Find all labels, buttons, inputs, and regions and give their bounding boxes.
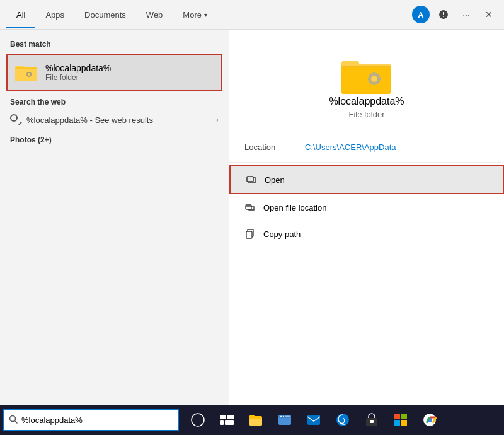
right-panel: %localappdata% File folder Location C:\U… <box>229 30 504 435</box>
action-copy-path[interactable]: Copy path <box>229 221 504 247</box>
taskbar-circle-icon[interactable] <box>184 406 212 434</box>
best-match-info: %localappdata% File folder <box>45 63 111 82</box>
preview-title: %localappdata% <box>329 96 404 107</box>
taskbar-file-explorer-icon[interactable] <box>242 406 270 434</box>
close-button[interactable]: ✕ <box>480 6 498 23</box>
content-area: Best match %localappda <box>0 30 504 435</box>
svg-rect-11 <box>368 78 371 80</box>
svg-rect-34 <box>307 415 320 425</box>
taskbar-store-icon[interactable] <box>358 406 386 434</box>
taskbar: %localappdata% <box>0 405 504 435</box>
taskbar-tiles-icon[interactable] <box>387 406 415 434</box>
best-match-subtitle: File folder <box>45 73 111 82</box>
web-search-text: %localappdata% - See web results <box>26 115 211 125</box>
preview-folder-icon <box>341 55 392 96</box>
chevron-right-icon: › <box>216 115 219 124</box>
nav-tabs: All Apps Documents Web More ▾ A ··· ✕ <box>0 0 504 30</box>
location-value[interactable]: C:\Users\ACER\AppData <box>305 142 396 152</box>
action-open-file-location[interactable]: Open file location <box>229 194 504 221</box>
tab-web[interactable]: Web <box>136 1 173 28</box>
folder-icon <box>14 60 39 85</box>
svg-point-22 <box>192 414 204 426</box>
action-open[interactable]: Open <box>229 165 504 194</box>
copy-path-label: Copy path <box>263 229 301 239</box>
search-window: All Apps Documents Web More ▾ A ··· ✕ Be… <box>0 0 504 435</box>
svg-rect-24 <box>227 415 234 419</box>
detail-row-location: Location C:\Users\ACER\AppData <box>244 142 489 152</box>
svg-point-32 <box>283 416 284 417</box>
tab-apps[interactable]: Apps <box>35 1 74 28</box>
right-actions: Open Open file location <box>229 163 504 250</box>
taskbar-chrome-icon[interactable] <box>416 406 444 434</box>
photos-label: Photos (2+) <box>0 130 229 147</box>
svg-rect-20 <box>246 231 252 238</box>
best-match-title: %localappdata% <box>45 63 111 73</box>
svg-rect-37 <box>370 420 374 423</box>
open-icon <box>246 174 257 185</box>
preview-subtitle: File folder <box>348 110 384 119</box>
taskbar-edge-icon[interactable] <box>329 406 357 434</box>
right-preview: %localappdata% File folder <box>229 30 504 132</box>
svg-rect-25 <box>220 420 224 425</box>
svg-rect-12 <box>377 78 381 80</box>
feedback-button[interactable] <box>435 6 452 23</box>
taskbar-search-box[interactable]: %localappdata% <box>3 409 179 431</box>
svg-rect-23 <box>220 415 226 419</box>
tab-documents[interactable]: Documents <box>74 1 136 28</box>
svg-rect-10 <box>373 82 375 85</box>
best-match-label: Best match <box>0 36 229 51</box>
svg-rect-28 <box>249 415 255 418</box>
web-search-label: Search the web <box>0 94 229 109</box>
ellipsis-button[interactable]: ··· <box>457 6 475 23</box>
nav-right-controls: A ··· ✕ <box>412 6 498 23</box>
taskbar-search-icon <box>9 415 18 426</box>
svg-rect-39 <box>401 414 407 419</box>
svg-point-4 <box>28 73 30 76</box>
taskbar-browser-icon[interactable] <box>271 406 299 434</box>
taskbar-search-text: %localappdata% <box>21 415 83 425</box>
svg-point-31 <box>280 416 282 417</box>
location-label: Location <box>244 142 295 152</box>
open-file-location-label: Open file location <box>263 203 326 212</box>
open-file-location-icon <box>244 202 256 213</box>
tab-all[interactable]: All <box>6 1 35 28</box>
web-search-item[interactable]: %localappdata% - See web results › <box>0 109 229 130</box>
taskbar-icons <box>184 406 444 434</box>
chevron-down-icon: ▾ <box>204 11 207 18</box>
copy-path-icon <box>244 228 256 240</box>
best-match-item[interactable]: %localappdata% File folder <box>6 54 222 91</box>
tab-more[interactable]: More ▾ <box>173 1 217 28</box>
svg-rect-33 <box>285 416 290 417</box>
taskbar-task-view-icon[interactable] <box>213 406 241 434</box>
search-icon <box>10 114 21 125</box>
svg-rect-17 <box>247 177 253 182</box>
svg-rect-18 <box>246 205 251 209</box>
svg-rect-40 <box>394 420 400 426</box>
svg-rect-41 <box>401 420 407 426</box>
right-details: Location C:\Users\ACER\AppData <box>229 132 504 163</box>
svg-point-8 <box>371 76 377 82</box>
svg-rect-26 <box>225 420 234 425</box>
svg-rect-9 <box>373 72 375 76</box>
left-panel: Best match %localappda <box>0 30 229 435</box>
taskbar-mail-icon[interactable] <box>300 406 328 434</box>
avatar[interactable]: A <box>412 6 430 23</box>
svg-rect-38 <box>394 414 400 419</box>
open-label: Open <box>265 175 285 185</box>
